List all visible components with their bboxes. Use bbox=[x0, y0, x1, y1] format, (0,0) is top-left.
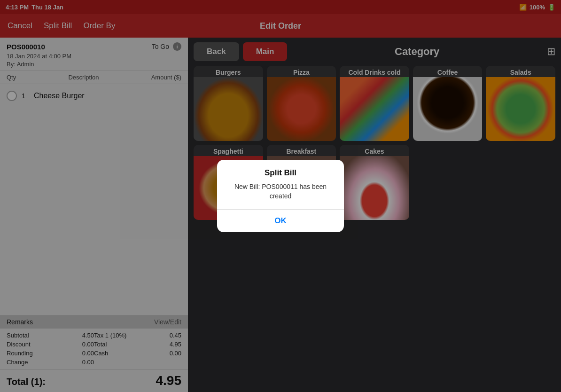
dialog-overlay: Split Bill New Bill: POS000011 has been … bbox=[0, 0, 561, 392]
dialog-title: Split Bill bbox=[217, 160, 344, 180]
dialog-ok-button[interactable]: OK bbox=[217, 210, 344, 232]
split-bill-dialog: Split Bill New Bill: POS000011 has been … bbox=[217, 160, 344, 232]
dialog-message: New Bill: POS000011 has been created bbox=[217, 180, 344, 209]
